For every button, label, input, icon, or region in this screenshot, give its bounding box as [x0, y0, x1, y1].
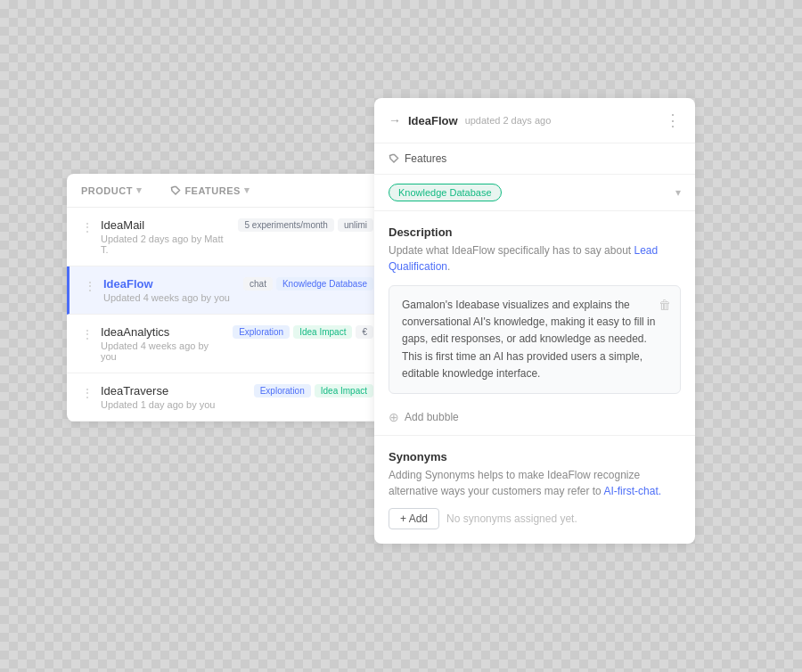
product-label: PRODUCT [81, 185, 133, 196]
ai-first-chat-link[interactable]: AI-first-chat. [603, 485, 661, 497]
item-name: IdeaFlow [103, 277, 236, 291]
description-title: Description [389, 225, 681, 239]
features-section-label: Features [405, 152, 446, 165]
item-meta: Updated 1 day ago by you [101, 399, 247, 410]
synonyms-desc-text: Adding Synonyms helps to make IdeaFlow r… [389, 469, 640, 497]
chevron-down-icon: ▾ [675, 186, 681, 199]
description-text: Update what IdeaFlow specifically has to… [389, 242, 681, 275]
synonyms-desc: Adding Synonyms helps to make IdeaFlow r… [389, 467, 681, 499]
left-panel-header: PRODUCT ▾ FEATURES ▾ [67, 174, 388, 208]
left-panel: PRODUCT ▾ FEATURES ▾ ⋮ IdeaMail Updated … [67, 174, 388, 422]
item-name: IdeaTraverse [101, 384, 247, 397]
add-bubble-button[interactable]: ⊕ Add bubble [374, 405, 695, 436]
no-synonyms-text: No synonyms assigned yet. [446, 512, 577, 525]
back-arrow-icon[interactable]: → [389, 113, 401, 127]
item-meta: Updated 4 weeks ago by you [101, 340, 225, 362]
product-chevron-icon: ▾ [136, 184, 143, 196]
features-chevron-icon: ▾ [244, 184, 250, 196]
synonyms-row: + Add No synonyms assigned yet. [389, 508, 681, 529]
tag: 5 experiments/month [238, 218, 333, 232]
item-name: IdeaAnalytics [101, 325, 225, 339]
tag-icon [170, 185, 181, 196]
more-options-icon[interactable]: ⋮ [665, 111, 681, 130]
description-text-content: Update what IdeaFlow specifically has to… [389, 244, 631, 257]
feature-row[interactable]: Knowledge Database ▾ [374, 175, 695, 211]
right-panel-title: IdeaFlow [408, 114, 458, 127]
synonyms-section: Synonyms Adding Synonyms helps to make I… [374, 436, 695, 544]
right-header: → IdeaFlow updated 2 days ago ⋮ [374, 98, 695, 143]
tag: Exploration [254, 384, 311, 397]
drag-handle-icon: ⋮ [84, 279, 96, 293]
item-info: IdeaFlow Updated 4 weeks ago by you [103, 277, 236, 303]
item-info: IdeaTraverse Updated 1 day ago by you [101, 384, 247, 410]
list-item[interactable]: ⋮ IdeaMail Updated 2 days ago by Matt T.… [67, 208, 388, 266]
bubble-text: Gamalon's Ideabase visualizes and explai… [402, 299, 655, 380]
active-feature-tag: Knowledge Database [389, 184, 502, 201]
item-meta: Updated 4 weeks ago by you [103, 292, 236, 303]
tag-knowledge-database: Knowledge Database [276, 277, 373, 291]
add-circle-icon: ⊕ [389, 410, 399, 424]
bubble-box: Gamalon's Ideabase visualizes and explai… [389, 285, 681, 394]
delete-bubble-icon[interactable]: 🗑 [659, 295, 671, 315]
features-bar: Features [374, 143, 695, 175]
right-panel: → IdeaFlow updated 2 days ago ⋮ Features… [374, 98, 695, 544]
add-synonym-button[interactable]: + Add [389, 508, 439, 529]
tag: Exploration [233, 325, 290, 339]
item-tags: Exploration Idea Impact [254, 384, 373, 397]
item-info: IdeaAnalytics Updated 4 weeks ago by you [101, 325, 225, 362]
list-item-active[interactable]: ⋮ IdeaFlow Updated 4 weeks ago by you ch… [67, 266, 388, 315]
tag: Idea Impact [315, 384, 373, 397]
tag: € [356, 325, 373, 339]
tag-icon [389, 153, 399, 164]
item-info: IdeaMail Updated 2 days ago by Matt T. [101, 218, 231, 255]
drag-handle-icon: ⋮ [81, 220, 94, 234]
item-tags: Exploration Idea Impact € [233, 325, 373, 339]
features-label: FEATURES [184, 185, 240, 196]
features-column-header: FEATURES ▾ [170, 184, 250, 196]
list-item[interactable]: ⋮ IdeaTraverse Updated 1 day ago by you … [67, 373, 388, 422]
description-section: Description Update what IdeaFlow specifi… [374, 211, 695, 285]
tag: Idea Impact [293, 325, 352, 339]
item-tags: 5 experiments/month unlimi [238, 218, 373, 232]
drag-handle-icon: ⋮ [81, 327, 94, 341]
tag: unlimi [338, 218, 373, 232]
drag-handle-icon: ⋮ [81, 386, 94, 400]
item-tags: chat Knowledge Database [243, 277, 373, 291]
right-panel-updated: updated 2 days ago [465, 115, 552, 126]
synonyms-title: Synonyms [389, 450, 681, 463]
item-meta: Updated 2 days ago by Matt T. [101, 234, 231, 255]
add-bubble-label: Add bubble [405, 411, 459, 423]
item-name: IdeaMail [101, 218, 231, 232]
tag-chat: chat [243, 277, 273, 291]
list-item[interactable]: ⋮ IdeaAnalytics Updated 4 weeks ago by y… [67, 315, 388, 373]
product-column-header: PRODUCT ▾ [81, 184, 142, 196]
